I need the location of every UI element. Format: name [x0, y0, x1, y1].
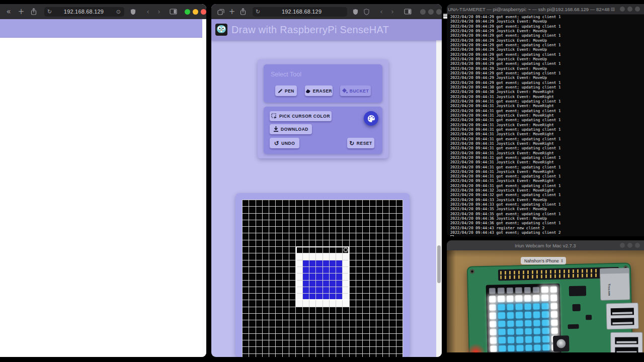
canvas-cell[interactable] — [350, 320, 356, 326]
page-scrollbar-track[interactable] — [436, 19, 442, 357]
canvas-cell[interactable] — [296, 200, 302, 206]
canvas-cell[interactable] — [396, 214, 403, 220]
tab-overview-icon[interactable] — [215, 9, 226, 15]
canvas-cell[interactable] — [383, 307, 389, 313]
canvas-cell[interactable] — [303, 260, 309, 266]
canvas-cell[interactable] — [323, 327, 329, 333]
canvas-cell[interactable] — [296, 287, 302, 293]
canvas-cell[interactable] — [276, 340, 282, 346]
canvas-cell[interactable] — [383, 334, 389, 340]
canvas-cell[interactable] — [263, 307, 269, 313]
canvas-cell[interactable] — [336, 274, 342, 280]
canvas-cell[interactable] — [363, 274, 369, 280]
canvas-cell[interactable] — [350, 233, 356, 239]
canvas-cell[interactable] — [343, 207, 349, 213]
canvas-cell[interactable] — [276, 227, 282, 233]
canvas-cell[interactable] — [336, 287, 342, 293]
canvas-cell[interactable] — [263, 267, 269, 273]
canvas-cell[interactable] — [323, 253, 329, 259]
canvas-cell[interactable] — [330, 274, 336, 280]
canvas-cell[interactable] — [370, 294, 376, 300]
canvas-cell[interactable] — [383, 247, 389, 253]
canvas-cell[interactable] — [323, 300, 329, 306]
canvas-cell[interactable] — [376, 214, 382, 220]
canvas-cell[interactable] — [263, 214, 269, 220]
canvas-cell[interactable] — [376, 340, 382, 346]
canvas-cell[interactable] — [309, 334, 315, 340]
canvas-cell[interactable] — [289, 267, 295, 273]
canvas-cell[interactable] — [283, 354, 289, 357]
canvas-cell[interactable] — [289, 240, 295, 246]
canvas-cell[interactable] — [350, 267, 356, 273]
reset-button[interactable]: ↻ RESET — [347, 138, 374, 148]
canvas-cell[interactable] — [370, 354, 376, 357]
canvas-cell[interactable] — [336, 347, 342, 353]
canvas-cell[interactable] — [383, 233, 389, 239]
canvas-cell[interactable] — [263, 220, 269, 226]
canvas-cell[interactable] — [323, 307, 329, 313]
canvas-cell[interactable] — [269, 207, 275, 213]
canvas-cell[interactable] — [376, 287, 382, 293]
canvas-cell[interactable] — [283, 240, 289, 246]
canvas-cell[interactable] — [309, 287, 315, 293]
canvas-cell[interactable] — [249, 320, 255, 326]
canvas-cell[interactable] — [376, 267, 382, 273]
canvas-cell[interactable] — [336, 233, 342, 239]
canvas-cell[interactable] — [276, 267, 282, 273]
canvas-cell[interactable] — [383, 200, 389, 206]
canvas-cell[interactable] — [243, 247, 249, 253]
canvas-cell[interactable] — [263, 327, 269, 333]
canvas-cell[interactable] — [370, 327, 376, 333]
forward-icon[interactable]: › — [153, 8, 165, 15]
canvas-cell[interactable] — [350, 281, 356, 287]
canvas-cell[interactable] — [249, 227, 255, 233]
canvas-cell[interactable] — [336, 334, 342, 340]
canvas-cell[interactable] — [370, 334, 376, 340]
canvas-cell[interactable] — [289, 207, 295, 213]
canvas-cell[interactable] — [330, 340, 336, 346]
canvas-cell[interactable] — [383, 274, 389, 280]
privacy-shield-icon[interactable] — [127, 9, 138, 15]
canvas-cell[interactable] — [243, 320, 249, 326]
canvas-cell[interactable] — [363, 287, 369, 293]
canvas-cell[interactable] — [383, 227, 389, 233]
canvas-cell[interactable] — [350, 314, 356, 320]
canvas-cell[interactable] — [356, 227, 362, 233]
canvas-cell[interactable] — [303, 247, 309, 253]
canvas-cell[interactable] — [309, 214, 315, 220]
canvas-cell[interactable] — [356, 314, 362, 320]
canvas-cell[interactable] — [303, 200, 309, 206]
canvas-cell[interactable] — [303, 240, 309, 246]
canvas-cell[interactable] — [396, 320, 403, 326]
canvas-cell[interactable] — [389, 327, 395, 333]
canvas-cell[interactable] — [269, 334, 275, 340]
canvas-cell[interactable] — [343, 314, 349, 320]
canvas-cell[interactable] — [249, 347, 255, 353]
undo-button[interactable]: ↺ UNDO — [270, 138, 299, 148]
canvas-cell[interactable] — [350, 200, 356, 206]
canvas-cell[interactable] — [289, 347, 295, 353]
canvas-cell[interactable] — [289, 287, 295, 293]
canvas-cell[interactable] — [249, 260, 255, 266]
canvas-cell[interactable] — [370, 314, 376, 320]
canvas-cell[interactable] — [396, 247, 403, 253]
canvas-cell[interactable] — [350, 307, 356, 313]
canvas-cell[interactable] — [263, 347, 269, 353]
canvas-cell[interactable] — [363, 314, 369, 320]
canvas-cell[interactable] — [396, 327, 403, 333]
canvas-cell[interactable] — [376, 233, 382, 239]
canvas-cell[interactable] — [303, 307, 309, 313]
canvas-cell[interactable] — [243, 233, 249, 239]
canvas-cell[interactable] — [316, 281, 322, 287]
address-bar[interactable]: ↻ 192.168.68.129 — [253, 7, 347, 17]
canvas-cell[interactable] — [256, 233, 262, 239]
canvas-cell[interactable] — [276, 327, 282, 333]
traffic-light-yellow[interactable] — [193, 9, 198, 15]
canvas-cell[interactable] — [396, 240, 403, 246]
canvas-cell[interactable] — [289, 334, 295, 340]
canvas-cell[interactable] — [289, 327, 295, 333]
canvas-cell[interactable] — [296, 354, 302, 357]
canvas-cell[interactable] — [356, 274, 362, 280]
canvas-cell[interactable] — [330, 327, 336, 333]
canvas-cell[interactable] — [376, 334, 382, 340]
